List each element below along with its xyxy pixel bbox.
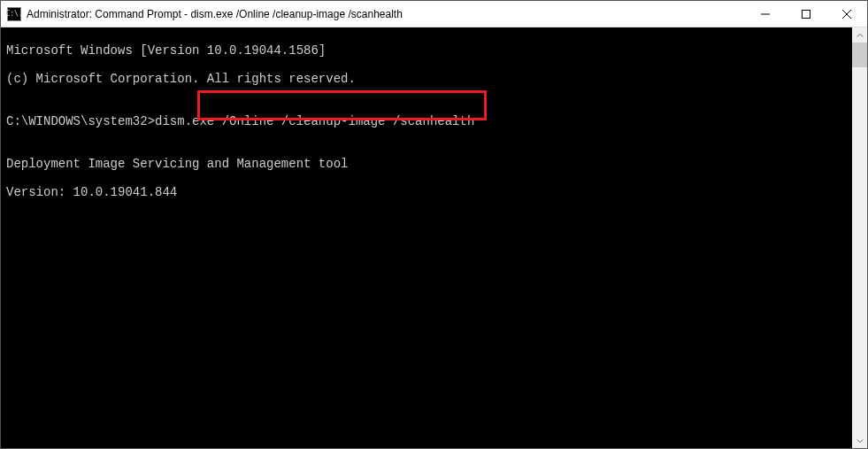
console-line: Microsoft Windows [Version 10.0.19044.15… [6, 43, 847, 58]
cmd-icon: C:\. [7, 7, 21, 21]
console-content[interactable]: Microsoft Windows [Version 10.0.19044.15… [1, 27, 852, 448]
close-button[interactable] [826, 1, 867, 27]
prompt-text-suffix: e [207, 114, 214, 128]
svg-rect-1 [803, 10, 810, 18]
scroll-thumb[interactable] [852, 43, 867, 67]
minimize-button[interactable] [745, 1, 786, 27]
console-line: Version: 10.0.19041.844 [6, 185, 847, 199]
scroll-down-button[interactable] [852, 433, 867, 448]
maximize-icon [802, 10, 810, 19]
chevron-down-icon [856, 437, 864, 445]
console-prompt-line: C:\WINDOWS\system32>dism.exe /Online /cl… [6, 114, 847, 128]
command-prompt-window: C:\. Administrator: Command Prompt - dis… [0, 0, 868, 449]
console-line: (c) Microsoft Corporation. All rights re… [6, 72, 847, 86]
command-text: /Online /cleanup-image /scanhealth [214, 114, 474, 128]
window-title: Administrator: Command Prompt - dism.exe… [27, 8, 745, 20]
titlebar[interactable]: C:\. Administrator: Command Prompt - dis… [1, 1, 867, 27]
close-icon [842, 10, 851, 19]
scroll-track[interactable] [852, 43, 867, 433]
minimize-icon [761, 10, 770, 19]
console-area: Microsoft Windows [Version 10.0.19044.15… [1, 27, 867, 448]
scroll-up-button[interactable] [852, 27, 867, 43]
chevron-up-icon [856, 32, 864, 39]
window-controls [745, 1, 867, 27]
maximize-button[interactable] [786, 1, 826, 27]
console-line: Deployment Image Servicing and Managemen… [6, 157, 847, 171]
prompt-text: C:\WINDOWS\system32>dism.ex [6, 114, 207, 128]
vertical-scrollbar[interactable] [852, 27, 867, 448]
